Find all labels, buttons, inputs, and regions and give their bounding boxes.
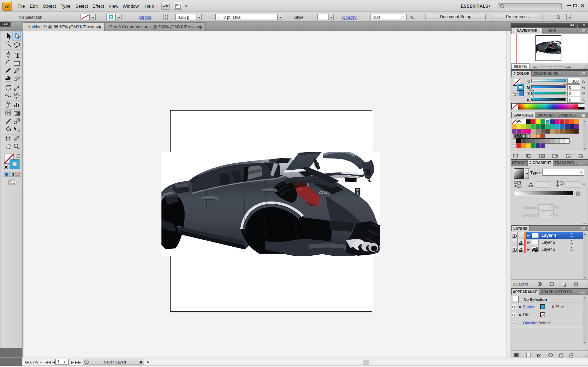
svg-text:T: T [15, 51, 20, 59]
svg-text:fx: fx [537, 353, 541, 358]
